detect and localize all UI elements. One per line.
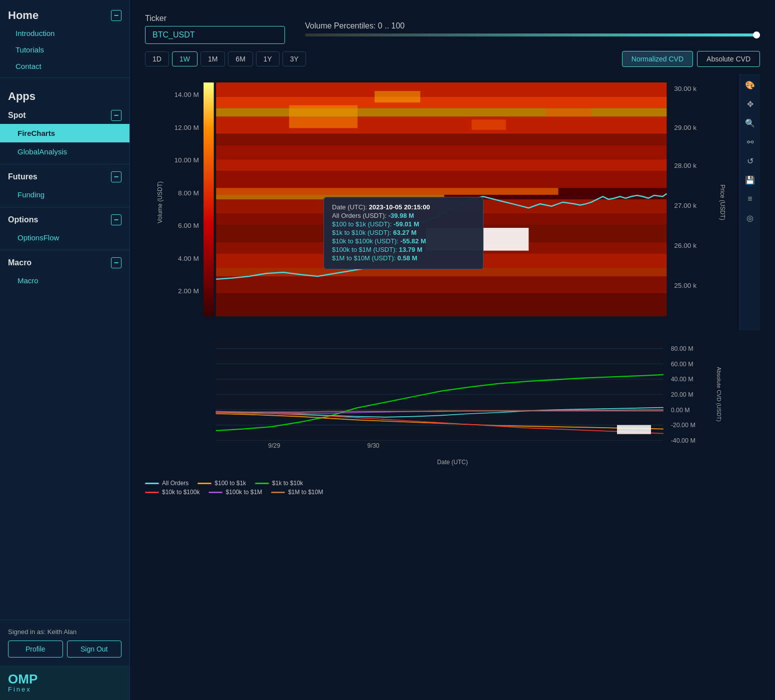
svg-text:30.00 k: 30.00 k — [674, 85, 696, 92]
svg-rect-30 — [546, 108, 592, 116]
svg-rect-23 — [216, 253, 666, 268]
ticker-input[interactable] — [145, 26, 285, 44]
legend-line-1k-10k — [255, 483, 269, 484]
absolute-cvd-btn[interactable]: Absolute CVD — [697, 51, 760, 67]
legend-label-100k-1m: $100k to $1M — [226, 489, 262, 496]
macro-collapse-icon[interactable]: − — [111, 257, 122, 268]
profile-button[interactable]: Profile — [8, 641, 63, 658]
refresh-icon[interactable]: ↺ — [743, 154, 757, 168]
vp-label: Volume Percentiles: 0 .. 100 — [305, 21, 760, 30]
legend-line-100-1k — [198, 483, 212, 484]
svg-text:0.00 M: 0.00 M — [671, 407, 690, 414]
svg-text:27.00 k: 27.00 k — [674, 202, 696, 209]
normalized-cvd-btn[interactable]: Normalized CVD — [622, 51, 693, 67]
legend-label-100-1k: $100 to $1k — [214, 480, 246, 487]
futures-label: Futures — [8, 172, 38, 181]
macro-section: Macro − — [0, 253, 130, 271]
options-section: Options − — [0, 210, 130, 228]
sidebar-footer: Signed in as: Keith Alan Profile Sign Ou… — [0, 620, 130, 666]
time-btn-3y[interactable]: 3Y — [282, 51, 306, 66]
legend-label-1m-10m: $1M to $10M — [288, 489, 323, 496]
content-area: Ticker Volume Percentiles: 0 .. 100 1D 1… — [130, 0, 775, 700]
sidebar: Home − Introduction Tutorials Contact Ap… — [0, 0, 130, 700]
cvd-left-spacer — [145, 337, 175, 451]
cvd-right-spacer — [736, 337, 760, 451]
svg-text:2.00 M: 2.00 M — [178, 287, 199, 295]
sidebar-item-globalanalysis[interactable]: GlobalAnalysis — [0, 142, 130, 161]
sidebar-item-funding[interactable]: Funding — [0, 185, 130, 204]
svg-text:6.00 M: 6.00 M — [178, 222, 199, 229]
time-buttons: 1D 1W 1M 6M 1Y 3Y — [145, 51, 306, 66]
cvd-axis-container: Absolute CVD (USDT) — [702, 337, 736, 451]
zoom-icon[interactable]: 🔍 — [743, 116, 757, 130]
time-btn-1y[interactable]: 1Y — [256, 51, 280, 66]
volume-percentiles-group: Volume Percentiles: 0 .. 100 — [305, 21, 760, 36]
svg-text:-20.00 M: -20.00 M — [671, 422, 696, 429]
cvd-buttons: Normalized CVD Absolute CVD — [622, 51, 760, 67]
svg-text:60.00 M: 60.00 M — [671, 361, 694, 368]
svg-rect-55 — [617, 425, 651, 434]
svg-text:12.00 M: 12.00 M — [175, 124, 199, 131]
volume-percentile-slider[interactable] — [305, 33, 760, 36]
svg-rect-16 — [216, 171, 666, 188]
svg-rect-26 — [216, 293, 666, 316]
svg-rect-18 — [216, 195, 444, 199]
sidebar-item-optionsflow[interactable]: OptionsFlow — [0, 228, 130, 247]
link-icon[interactable]: ⚯ — [743, 135, 757, 149]
chart-toolbar: 🎨 ✥ 🔍 ⚯ ↺ 💾 ≡ ◎ — [740, 74, 760, 330]
legend-row-2: $10k to $100k $100k to $1M $1M to $10M — [145, 488, 760, 497]
svg-rect-15 — [216, 159, 666, 171]
sidebar-item-introduction[interactable]: Introduction — [0, 25, 130, 41]
legend-label-10k-100k: $10k to $100k — [162, 489, 200, 496]
controls-row2: 1D 1W 1M 6M 1Y 3Y Normalized CVD Absolut… — [145, 51, 760, 67]
top-controls: Ticker Volume Percentiles: 0 .. 100 — [145, 14, 760, 44]
svg-rect-12 — [216, 117, 666, 134]
time-btn-6m[interactable]: 6M — [228, 51, 252, 66]
legend-line-1m-10m — [271, 492, 285, 493]
save-icon[interactable]: 💾 — [743, 173, 757, 187]
svg-rect-7 — [204, 82, 214, 316]
apps-label: Apps — [8, 90, 36, 103]
apps-section: Apps — [0, 81, 130, 106]
svg-text:10.00 M: 10.00 M — [175, 156, 199, 164]
legend-item-1k-10k: $1k to $10k — [255, 480, 303, 487]
sidebar-item-macro[interactable]: Macro — [0, 271, 130, 290]
legend-item-1m-10m: $1M to $10M — [271, 489, 323, 496]
legend-line-100k-1m — [208, 492, 222, 493]
legend-line-all-orders — [145, 483, 159, 484]
legend-line-10k-100k — [145, 492, 159, 493]
sidebar-item-contact[interactable]: Contact — [0, 58, 130, 74]
sidebar-item-tutorials[interactable]: Tutorials — [0, 41, 130, 58]
time-btn-1d[interactable]: 1D — [145, 51, 169, 66]
logo-bar: OMP Finex — [0, 666, 130, 700]
futures-collapse-icon[interactable]: − — [111, 171, 122, 182]
list-icon[interactable]: ≡ — [743, 192, 757, 206]
price-axis-label: Price (USDT) — [719, 184, 726, 220]
home-collapse-icon[interactable]: − — [111, 10, 122, 21]
sidebar-item-firecharts[interactable]: FireCharts — [0, 124, 130, 142]
svg-text:9/30: 9/30 — [368, 442, 380, 449]
spot-label: Spot — [8, 111, 26, 120]
legend-item-all-orders: All Orders — [145, 480, 188, 487]
heatmap-svg: 14.00 M 12.00 M 10.00 M 8.00 M 6.00 M 4.… — [175, 74, 706, 330]
svg-text:29.00 k: 29.00 k — [674, 124, 696, 131]
svg-rect-37 — [426, 228, 528, 251]
svg-text:80.00 M: 80.00 M — [671, 346, 694, 353]
palette-icon[interactable]: 🎨 — [743, 78, 757, 92]
time-btn-1m[interactable]: 1M — [200, 51, 225, 66]
svg-text:8.00 M: 8.00 M — [178, 189, 199, 197]
cvd-axis-label: Absolute CVD (USDT) — [716, 367, 722, 421]
svg-text:9/29: 9/29 — [268, 442, 280, 449]
legend-item-10k-100k: $10k to $100k — [145, 489, 200, 496]
move-icon[interactable]: ✥ — [743, 97, 757, 111]
options-collapse-icon[interactable]: − — [111, 214, 122, 225]
price-axis-container: Price (USDT) — [706, 74, 740, 330]
home-label: Home — [8, 9, 38, 22]
vol-axis-container: Volume (USDT) — [145, 74, 175, 330]
signout-button[interactable]: Sign Out — [67, 641, 122, 658]
time-btn-1w[interactable]: 1W — [172, 51, 198, 66]
svg-text:20.00 M: 20.00 M — [671, 391, 694, 398]
futures-section: Futures − — [0, 167, 130, 185]
target-icon[interactable]: ◎ — [743, 211, 757, 225]
spot-collapse-icon[interactable]: − — [111, 110, 122, 121]
